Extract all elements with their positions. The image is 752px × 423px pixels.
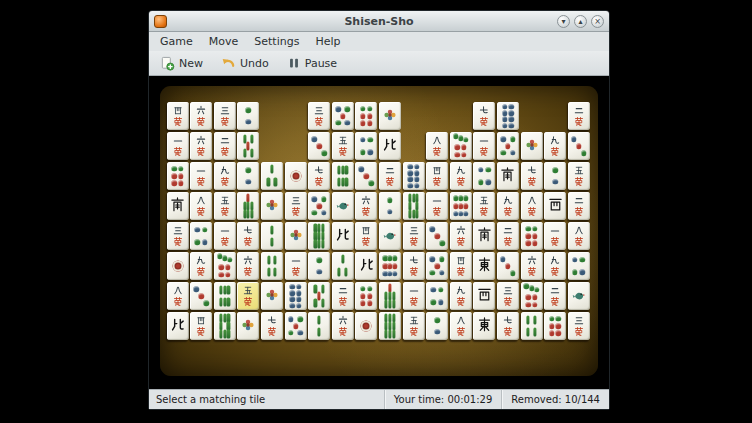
tile-d8[interactable]: [285, 282, 307, 310]
tile-w3[interactable]: [568, 312, 590, 340]
tile-w6[interactable]: [237, 252, 259, 280]
tile-d3[interactable]: [568, 132, 590, 160]
tile-d4[interactable]: [473, 162, 495, 190]
tile-F[interactable]: [237, 312, 259, 340]
menu-help[interactable]: Help: [308, 34, 347, 49]
tile-d5[interactable]: [308, 192, 330, 220]
tile-w3[interactable]: [308, 102, 330, 130]
tile-w3[interactable]: [167, 222, 189, 250]
tile-w1[interactable]: [214, 222, 236, 250]
tile-w7[interactable]: [521, 162, 543, 190]
tile-w6[interactable]: [332, 312, 354, 340]
tile-d2[interactable]: [237, 162, 259, 190]
tile-d7[interactable]: [214, 252, 236, 280]
tile-b5[interactable]: [237, 132, 259, 160]
tile-w1[interactable]: [544, 222, 566, 250]
tile-w4[interactable]: [167, 102, 189, 130]
tile-w2[interactable]: [544, 282, 566, 310]
tile-E[interactable]: [473, 312, 495, 340]
tile-d1[interactable]: [355, 312, 377, 340]
tile-w4[interactable]: [450, 252, 472, 280]
tile-b7[interactable]: [379, 282, 401, 310]
tile-w6[interactable]: [450, 222, 472, 250]
tile-d1[interactable]: [167, 252, 189, 280]
tile-b6[interactable]: [332, 162, 354, 190]
tile-w2[interactable]: [332, 282, 354, 310]
tile-w7[interactable]: [403, 252, 425, 280]
tile-N[interactable]: [167, 312, 189, 340]
tile-w7[interactable]: [261, 312, 283, 340]
tile-d5[interactable]: [497, 132, 519, 160]
menu-settings[interactable]: Settings: [247, 34, 306, 49]
tile-b4[interactable]: [261, 252, 283, 280]
tile-w7[interactable]: [473, 102, 495, 130]
tile-w2[interactable]: [568, 192, 590, 220]
undo-button[interactable]: Undo: [216, 54, 274, 73]
tile-F[interactable]: [261, 192, 283, 220]
tile-b5[interactable]: [308, 282, 330, 310]
tile-w5[interactable]: [332, 132, 354, 160]
tile-b3[interactable]: [332, 252, 354, 280]
tile-b1[interactable]: [332, 192, 354, 220]
tile-w2[interactable]: [497, 222, 519, 250]
tile-d3[interactable]: [190, 282, 212, 310]
new-button[interactable]: New: [155, 54, 208, 73]
tile-w1[interactable]: [285, 252, 307, 280]
tile-d8[interactable]: [403, 162, 425, 190]
tile-w9[interactable]: [544, 132, 566, 160]
tile-b1[interactable]: [568, 282, 590, 310]
tile-b8[interactable]: [214, 312, 236, 340]
tile-d8[interactable]: [497, 102, 519, 130]
tile-w3[interactable]: [497, 282, 519, 310]
tile-F[interactable]: [261, 282, 283, 310]
tile-w3[interactable]: [285, 192, 307, 220]
tile-w7[interactable]: [497, 312, 519, 340]
tile-d6[interactable]: [167, 162, 189, 190]
tile-b3[interactable]: [261, 162, 283, 190]
tile-d2[interactable]: [237, 102, 259, 130]
tile-w1[interactable]: [473, 132, 495, 160]
tile-F[interactable]: [521, 132, 543, 160]
tile-d5[interactable]: [426, 252, 448, 280]
tile-d6[interactable]: [355, 102, 377, 130]
tile-w8[interactable]: [190, 192, 212, 220]
tile-F[interactable]: [379, 102, 401, 130]
tile-w4[interactable]: [190, 312, 212, 340]
tile-w4[interactable]: [355, 222, 377, 250]
tile-d7[interactable]: [521, 282, 543, 310]
tile-w8[interactable]: [521, 192, 543, 220]
tile-b4[interactable]: [521, 312, 543, 340]
tile-w5[interactable]: [237, 282, 259, 310]
close-button[interactable]: ×: [591, 15, 604, 28]
tile-d9[interactable]: [379, 252, 401, 280]
tile-d5[interactable]: [332, 102, 354, 130]
tile-w8[interactable]: [426, 132, 448, 160]
menu-move[interactable]: Move: [202, 34, 246, 49]
tile-w9[interactable]: [450, 162, 472, 190]
tile-b2[interactable]: [261, 222, 283, 250]
tile-d4[interactable]: [190, 222, 212, 250]
tile-d3[interactable]: [426, 222, 448, 250]
tile-w1[interactable]: [167, 132, 189, 160]
tile-w1[interactable]: [403, 282, 425, 310]
tile-w2[interactable]: [379, 162, 401, 190]
tile-d2[interactable]: [544, 162, 566, 190]
tile-b6[interactable]: [214, 282, 236, 310]
tile-N[interactable]: [379, 132, 401, 160]
tile-d3[interactable]: [308, 132, 330, 160]
tile-w3[interactable]: [214, 102, 236, 130]
tile-w2[interactable]: [568, 102, 590, 130]
tile-w3[interactable]: [403, 222, 425, 250]
pause-button[interactable]: Pause: [282, 54, 342, 72]
tile-w9[interactable]: [450, 282, 472, 310]
tile-W[interactable]: [473, 282, 495, 310]
tile-w1[interactable]: [426, 192, 448, 220]
tile-w9[interactable]: [214, 162, 236, 190]
tile-d6[interactable]: [544, 312, 566, 340]
tile-w5[interactable]: [214, 192, 236, 220]
tile-d7[interactable]: [450, 132, 472, 160]
tile-d1[interactable]: [285, 162, 307, 190]
tile-w5[interactable]: [473, 192, 495, 220]
tile-E[interactable]: [473, 252, 495, 280]
maximize-button[interactable]: ▴: [574, 15, 587, 28]
